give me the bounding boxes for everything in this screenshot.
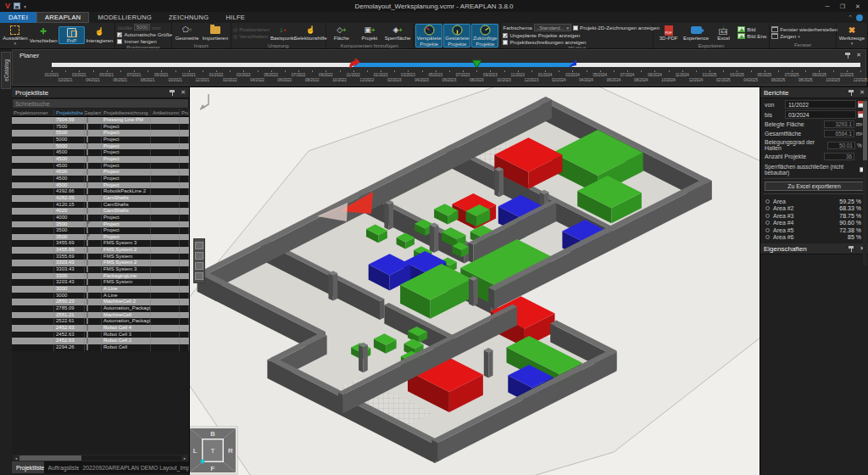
- geplant-checkbox[interactable]: [86, 279, 88, 285]
- geplant-checkbox[interactable]: [86, 332, 88, 338]
- pdf3d-button[interactable]: PDF 3D-PDF: [655, 24, 682, 42]
- experience-button[interactable]: Experience: [682, 24, 709, 42]
- geplant-checkbox[interactable]: [86, 117, 88, 123]
- table-row[interactable]: 4500Project: [12, 163, 189, 170]
- column-header[interactable]: Artikelnummer: [151, 109, 180, 116]
- zeigen-button[interactable]: Zeigen▾: [771, 33, 837, 39]
- area-radio-icon[interactable]: [765, 206, 770, 210]
- tab-hilfe[interactable]: HILFE: [217, 12, 253, 23]
- maximize-button[interactable]: ❐: [836, 2, 849, 11]
- column-header[interactable]: Projektbezeichnung: [102, 109, 151, 116]
- geplant-checkbox[interactable]: [86, 260, 88, 265]
- geplant-checkbox[interactable]: [86, 156, 88, 162]
- verschieben-button[interactable]: ✛ Verschieben: [30, 26, 58, 45]
- area-row[interactable]: Area #572.38 %: [760, 226, 868, 233]
- always-snap-checkbox-row[interactable]: Immer fangen: [117, 38, 172, 44]
- quick-access-caret-icon[interactable]: ▾: [24, 3, 26, 9]
- farbschema-select[interactable]: ..Standard...▾: [534, 24, 571, 31]
- mini-tool-icon[interactable]: [195, 242, 203, 249]
- viewport-3d[interactable]: B L R F T: [190, 87, 760, 475]
- mini-tool-icon[interactable]: [195, 272, 203, 280]
- table-row[interactable]: 4000Project: [12, 215, 189, 221]
- bottom-tab[interactable]: 20220920AREAPLAN DEMO Layout_Importta...: [79, 461, 189, 473]
- geplant-checkbox[interactable]: [86, 234, 88, 240]
- tab-zeichnung[interactable]: ZEICHNUNG: [160, 12, 217, 23]
- mini-tool-icon[interactable]: [195, 262, 203, 270]
- table-row[interactable]: 2294.26Robot Cell: [12, 344, 189, 351]
- basispunkt-button[interactable]: ↓● Basispunkt: [270, 24, 295, 42]
- ungeplante-checkbox-row[interactable]: Ungeplante Projekte anzeigen: [503, 32, 659, 38]
- geplant-checkbox[interactable]: [86, 247, 88, 253]
- geplant-checkbox[interactable]: [86, 273, 88, 279]
- viewport-3d-scene[interactable]: [190, 87, 760, 475]
- close-icon[interactable]: ✕: [181, 89, 186, 96]
- table-row[interactable]: 3500Project: [12, 221, 189, 228]
- table-row[interactable]: 7500Project: [12, 124, 189, 131]
- tab-modellierung[interactable]: MODELLIERUNG: [89, 12, 160, 23]
- area-row[interactable]: Area #378.75 %: [760, 211, 868, 219]
- column-header[interactable]: Projek: [180, 109, 189, 116]
- interagieren-button[interactable]: ☝ Interagieren: [86, 26, 113, 45]
- pnp-button[interactable]: PnP: [58, 26, 86, 45]
- table-row[interactable]: 2551.21MachineCell: [12, 312, 189, 319]
- geplant-checkbox[interactable]: [86, 254, 88, 260]
- table-row[interactable]: 5000Project: [12, 137, 189, 143]
- table-row[interactable]: 3000A Line: [12, 293, 189, 299]
- table-row[interactable]: 3355.69FMS System: [12, 254, 189, 260]
- table-row[interactable]: 3000A Line: [12, 286, 189, 293]
- pin-icon[interactable]: [170, 89, 175, 96]
- collapse-ribbon-icon[interactable]: ⌃: [848, 14, 853, 21]
- area-radio-icon[interactable]: [765, 199, 770, 204]
- verspaetete-projekte-button[interactable]: Verspätete Projekte: [415, 24, 442, 48]
- area-radio-icon[interactable]: [765, 221, 770, 225]
- geplant-checkbox[interactable]: [86, 130, 88, 136]
- table-row[interactable]: 4500Project: [12, 156, 189, 163]
- search-input[interactable]: Schnellsuche: [13, 99, 188, 108]
- save-icon[interactable]: [14, 3, 20, 9]
- mini-tool-icon[interactable]: [195, 252, 203, 260]
- pin-icon[interactable]: [845, 52, 851, 59]
- beschreibungen-checkbox-row[interactable]: Projektbeschreibungen anzeigen: [503, 39, 659, 45]
- table-row[interactable]: 2452.63Robot Cell 3: [12, 332, 189, 338]
- bottom-tab[interactable]: Projektliste: [12, 461, 44, 473]
- column-header[interactable]: Geplant: [85, 109, 102, 116]
- geplant-checkbox[interactable]: [86, 344, 88, 350]
- vertical-scrollbar[interactable]: [863, 99, 867, 265]
- geplant-checkbox[interactable]: [86, 163, 88, 169]
- tab-areaplan[interactable]: AREAPLAN: [36, 12, 89, 23]
- geplant-checkbox[interactable]: [86, 215, 88, 221]
- area-radio-icon[interactable]: [765, 235, 770, 239]
- geplant-checkbox[interactable]: [86, 169, 88, 175]
- geometrie-button[interactable]: ⬠○ Geometrie: [174, 24, 201, 42]
- table-row[interactable]: 4020CamShafts: [12, 208, 189, 215]
- close-icon[interactable]: ✕: [860, 89, 865, 96]
- table-row[interactable]: 4500Project: [12, 169, 189, 176]
- area-radio-icon[interactable]: [765, 228, 770, 232]
- geplant-checkbox[interactable]: [86, 266, 88, 272]
- table-row[interactable]: 2452.63Robot Cell 2: [12, 338, 189, 344]
- help-icon[interactable]: [856, 14, 863, 21]
- horizontal-scrollbar[interactable]: ◂ ▸: [13, 455, 188, 461]
- table-row[interactable]: 2522.61Automation_Packaging 1: [12, 318, 189, 325]
- table-row[interactable]: 4120.15CamShafts: [12, 202, 189, 209]
- table-row[interactable]: 3203.43FMS System: [12, 279, 189, 286]
- pin-icon[interactable]: [849, 89, 854, 96]
- minimize-button[interactable]: ─: [821, 2, 834, 11]
- geplant-checkbox[interactable]: [86, 149, 88, 155]
- geplant-checkbox[interactable]: [86, 286, 88, 292]
- geplant-checkbox[interactable]: [86, 293, 88, 299]
- table-row[interactable]: 3300PackagingLine: [12, 273, 189, 280]
- table-row[interactable]: 5500Project: [12, 130, 189, 137]
- checkbox-icon[interactable]: [503, 33, 508, 38]
- auswaehlen-button[interactable]: Auswählen▾: [2, 24, 29, 47]
- geplant-checkbox[interactable]: [86, 202, 88, 208]
- timeline-end-marker[interactable]: [567, 58, 578, 73]
- werkzeuge-button[interactable]: ✖ Werkzeuge▾: [838, 24, 865, 47]
- table-row[interactable]: 2452.63Robot Cell 4: [12, 325, 189, 332]
- ecatalog-tab[interactable]: eCatalog: [1, 52, 11, 89]
- geplant-checkbox[interactable]: [86, 325, 88, 331]
- grid-size-input[interactable]: 5000: [134, 24, 150, 31]
- checkbox-icon[interactable]: [117, 39, 122, 44]
- bis-date-field[interactable]: 03/2024: [785, 110, 856, 119]
- bild-erw-button[interactable]: Bild Erw.: [737, 33, 767, 39]
